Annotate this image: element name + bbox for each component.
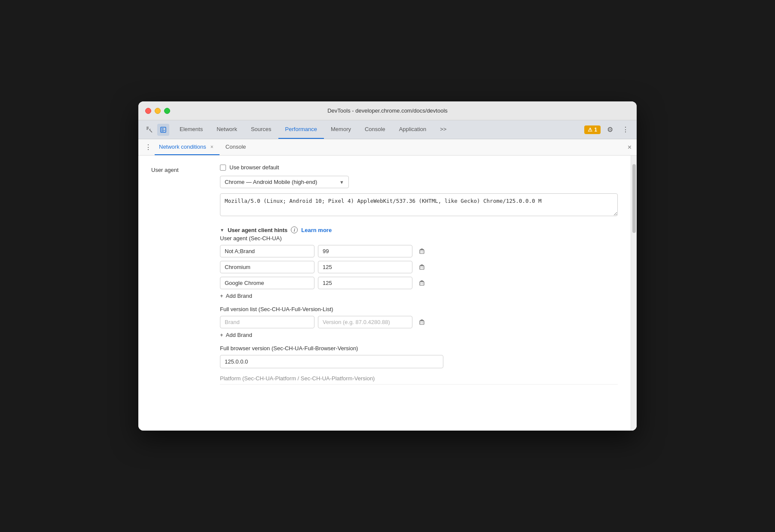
tab-sources[interactable]: Sources — [244, 120, 278, 139]
user-agent-controls: Use browser default Chrome — Android Mob… — [220, 164, 618, 385]
info-icon[interactable]: i — [291, 226, 298, 233]
full-version-list-label: Full version list (Sec-CH-UA-Full-Versio… — [220, 306, 618, 312]
brand-row-2 — [220, 277, 618, 289]
full-version-version-input[interactable] — [318, 316, 412, 328]
sec-ch-ua-label: User agent (Sec-CH-UA) — [220, 235, 618, 242]
ua-string-row — [220, 193, 618, 218]
svg-rect-19 — [421, 280, 423, 281]
tab-performance[interactable]: Performance — [278, 120, 324, 139]
delete-brand-0-icon[interactable] — [416, 245, 428, 257]
ua-string-textarea[interactable] — [220, 193, 618, 216]
svg-rect-24 — [421, 319, 423, 320]
use-browser-default-checkbox[interactable] — [220, 165, 226, 171]
full-browser-version-input[interactable] — [220, 355, 443, 368]
close-button[interactable] — [145, 108, 151, 114]
add-brand-row-1[interactable]: + Add Brand — [220, 293, 618, 299]
svg-rect-8 — [420, 249, 424, 250]
main-toolbar: Elements Network Sources Performance Mem… — [138, 120, 637, 139]
more-options-icon[interactable]: ⋮ — [619, 124, 632, 136]
learn-more-link[interactable]: Learn more — [301, 227, 332, 233]
full-version-brand-input[interactable] — [220, 316, 314, 328]
brand-row-0 — [220, 245, 618, 257]
title-bar: DevTools - developer.chrome.com/docs/dev… — [138, 101, 637, 120]
svg-rect-25 — [420, 321, 424, 324]
brand-input-2[interactable] — [220, 277, 314, 289]
traffic-lights — [145, 108, 170, 114]
svg-rect-20 — [420, 282, 424, 285]
tab-application[interactable]: Application — [392, 120, 433, 139]
platform-preview-label: Platform (Sec-CH-UA-Platform / Sec-CH-UA… — [220, 375, 618, 385]
svg-rect-0 — [146, 127, 149, 127]
window-title: DevTools - developer.chrome.com/docs/dev… — [327, 107, 448, 114]
svg-rect-3 — [146, 129, 148, 130]
drawer-dots-icon[interactable]: ⋮ — [143, 143, 153, 152]
toolbar-icons — [143, 124, 169, 136]
svg-rect-15 — [420, 266, 424, 269]
add-plus-icon-1: + — [220, 293, 223, 299]
tab-memory[interactable]: Memory — [324, 120, 358, 139]
svg-rect-10 — [420, 250, 424, 254]
secondary-bar: ⋮ Network conditions × Console × — [138, 139, 637, 156]
scrollbar[interactable] — [631, 156, 637, 431]
tab-network[interactable]: Network — [210, 120, 244, 139]
collapse-triangle-icon[interactable]: ▼ — [220, 228, 224, 232]
svg-rect-18 — [420, 281, 424, 281]
main-panel: User agent Use browser default Chrome — … — [138, 156, 631, 431]
brand-input-1[interactable] — [220, 261, 314, 273]
close-drawer-icon[interactable]: × — [628, 144, 632, 151]
full-browser-version-label: Full browser version (Sec-CH-UA-Full-Bro… — [220, 345, 618, 352]
use-browser-default-row: Use browser default — [220, 164, 618, 171]
full-version-brand-row — [220, 316, 618, 328]
tab-console-drawer[interactable]: Console — [221, 139, 250, 155]
elements-icon[interactable] — [157, 124, 169, 136]
delete-brand-2-icon[interactable] — [416, 277, 428, 289]
tab-network-conditions[interactable]: Network conditions × — [155, 139, 220, 155]
brand-input-0[interactable] — [220, 245, 314, 257]
scrollbar-thumb[interactable] — [632, 164, 636, 233]
cursor-icon[interactable] — [143, 124, 156, 136]
minimize-button[interactable] — [155, 108, 161, 114]
toolbar-right: ⚠ 1 ⚙ ⋮ — [584, 124, 632, 136]
tab-elements[interactable]: Elements — [173, 120, 210, 139]
brand-row-1 — [220, 261, 618, 273]
delete-full-version-brand-icon[interactable] — [416, 316, 428, 328]
ua-select-row: Chrome — Android Mobile (high-end) ▼ — [220, 176, 618, 188]
svg-rect-13 — [420, 265, 424, 266]
tab-more[interactable]: >> — [433, 120, 453, 139]
svg-rect-5 — [162, 128, 164, 130]
add-brand-row-2[interactable]: + Add Brand — [220, 332, 618, 338]
client-hints-header: ▼ User agent client hints i Learn more — [220, 226, 618, 233]
issue-badge[interactable]: ⚠ 1 — [584, 125, 601, 134]
user-agent-row: User agent Use browser default Chrome — … — [151, 164, 618, 385]
svg-rect-2 — [146, 128, 149, 129]
content-area: User agent Use browser default Chrome — … — [138, 156, 637, 431]
svg-rect-9 — [421, 248, 423, 249]
issue-icon: ⚠ — [588, 127, 592, 133]
use-browser-default-label: Use browser default — [229, 164, 279, 171]
user-agent-label: User agent — [151, 164, 211, 385]
settings-icon[interactable]: ⚙ — [604, 124, 616, 136]
devtools-window: DevTools - developer.chrome.com/docs/dev… — [138, 101, 637, 431]
version-input-1[interactable] — [318, 261, 412, 273]
svg-rect-1 — [146, 128, 149, 128]
main-tab-bar: Elements Network Sources Performance Mem… — [173, 120, 584, 139]
version-input-0[interactable] — [318, 245, 412, 257]
ua-dropdown[interactable]: Chrome — Android Mobile (high-end) ▼ — [220, 176, 349, 188]
svg-rect-23 — [420, 320, 424, 321]
close-network-conditions[interactable]: × — [209, 144, 215, 150]
dropdown-arrow-icon: ▼ — [339, 180, 344, 185]
add-plus-icon-2: + — [220, 332, 223, 338]
svg-rect-14 — [421, 264, 423, 265]
delete-brand-1-icon[interactable] — [416, 261, 428, 273]
tab-console[interactable]: Console — [358, 120, 392, 139]
version-input-2[interactable] — [318, 277, 412, 289]
maximize-button[interactable] — [164, 108, 170, 114]
